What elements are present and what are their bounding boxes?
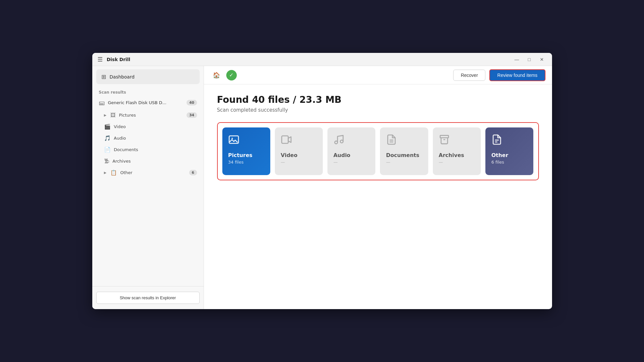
svg-point-1 [231, 138, 233, 139]
pictures-icon: 🖼 [110, 112, 116, 118]
pictures-label: Pictures [119, 113, 183, 118]
card-video[interactable]: Video — [275, 127, 323, 175]
scan-status-subtitle: Scan completed successfully [217, 107, 539, 113]
drive-icon: 🖴 [99, 99, 105, 106]
card-video-name: Video [281, 152, 298, 158]
app-title: Disk Drill [107, 57, 130, 62]
video-label: Video [114, 124, 197, 129]
sidebar-item-pictures[interactable]: ▶ 🖼 Pictures 34 [92, 109, 204, 121]
documents-icon: 📄 [104, 147, 111, 153]
card-archives[interactable]: Archives — [433, 127, 481, 175]
found-files-title: Found 40 files / 23.3 MB [217, 94, 539, 105]
other-icon: 📋 [110, 170, 117, 176]
card-pictures-icon [228, 134, 239, 147]
card-other-icon [491, 134, 502, 147]
archives-label: Archives [113, 159, 197, 164]
main-content: 🏠 ✓ Recover Review found items Found 40 … [204, 66, 552, 309]
sidebar-item-video[interactable]: 🎬 Video [92, 121, 204, 132]
content-area: Found 40 files / 23.3 MB Scan completed … [204, 84, 552, 309]
card-other[interactable]: Other 6 files [485, 127, 533, 175]
window-controls: — □ ✕ [512, 55, 547, 64]
card-video-count: — [281, 160, 285, 165]
audio-label: Audio [114, 136, 197, 141]
pictures-badge: 34 [187, 112, 197, 118]
svg-point-4 [340, 140, 343, 143]
sidebar-item-other[interactable]: ▶ 📋 Other 6 [92, 167, 204, 178]
card-archives-icon [439, 134, 450, 147]
scan-results-label: Scan results [92, 87, 204, 96]
maximize-button[interactable]: □ [524, 55, 534, 64]
card-documents[interactable]: Documents — [380, 127, 428, 175]
minimize-button[interactable]: — [512, 55, 522, 64]
home-icon: 🏠 [213, 72, 220, 79]
svg-rect-7 [440, 135, 449, 138]
other-badge: 6 [189, 170, 197, 175]
card-other-count: 6 files [491, 160, 504, 165]
svg-rect-2 [282, 136, 288, 144]
card-audio-name: Audio [333, 152, 350, 158]
svg-point-3 [335, 141, 338, 144]
chevron-right-icon: ▶ [104, 113, 107, 117]
card-pictures[interactable]: Pictures 34 files [222, 127, 270, 175]
close-button[interactable]: ✕ [537, 55, 547, 64]
home-button[interactable]: 🏠 [211, 69, 222, 81]
dashboard-label: Dashboard [110, 74, 135, 79]
card-audio-icon [333, 134, 344, 147]
card-archives-count: — [439, 160, 443, 165]
grid-icon: ⊞ [101, 73, 106, 80]
card-audio-count: — [333, 160, 338, 165]
drive-label: Generic Flash Disk USB D... [108, 100, 184, 105]
app-body: ⊞ Dashboard Scan results 🖴 Generic Flash… [92, 66, 552, 309]
sidebar-footer: Show scan results in Explorer [92, 286, 204, 309]
category-cards-grid: Pictures 34 files Video — [217, 122, 539, 180]
toolbar: 🏠 ✓ Recover Review found items [204, 66, 552, 84]
success-icon: ✓ [226, 70, 237, 80]
sidebar: ⊞ Dashboard Scan results 🖴 Generic Flash… [92, 66, 204, 309]
sidebar-item-audio[interactable]: 🎵 Audio [92, 132, 204, 144]
card-documents-icon [386, 134, 397, 147]
hamburger-icon[interactable]: ☰ [98, 56, 103, 63]
archives-icon: 🗜 [104, 158, 109, 164]
card-documents-count: — [386, 160, 390, 165]
card-pictures-name: Pictures [228, 152, 253, 158]
card-video-icon [281, 134, 292, 147]
card-pictures-count: 34 files [228, 160, 244, 165]
card-documents-name: Documents [386, 152, 419, 158]
audio-icon: 🎵 [104, 135, 111, 141]
title-bar-left: ☰ Disk Drill [98, 56, 130, 63]
sidebar-item-archives[interactable]: 🗜 Archives [92, 155, 204, 167]
card-other-name: Other [491, 152, 508, 158]
other-label: Other [120, 170, 186, 175]
title-bar: ☰ Disk Drill — □ ✕ [92, 53, 552, 66]
card-audio[interactable]: Audio — [327, 127, 375, 175]
video-icon: 🎬 [104, 124, 111, 130]
show-explorer-button[interactable]: Show scan results in Explorer [96, 292, 200, 304]
documents-label: Documents [114, 147, 197, 152]
review-found-items-button[interactable]: Review found items [489, 69, 545, 81]
app-window: ☰ Disk Drill — □ ✕ ⊞ Dashboard Scan resu… [92, 53, 552, 309]
recover-button[interactable]: Recover [453, 70, 485, 81]
sidebar-drive-item[interactable]: 🖴 Generic Flash Disk USB D... 40 [92, 96, 204, 109]
sidebar-item-documents[interactable]: 📄 Documents [92, 144, 204, 155]
chevron-right-other-icon: ▶ [104, 171, 107, 174]
sidebar-item-dashboard[interactable]: ⊞ Dashboard [96, 69, 200, 84]
drive-badge: 40 [187, 100, 197, 105]
card-archives-name: Archives [439, 152, 464, 158]
